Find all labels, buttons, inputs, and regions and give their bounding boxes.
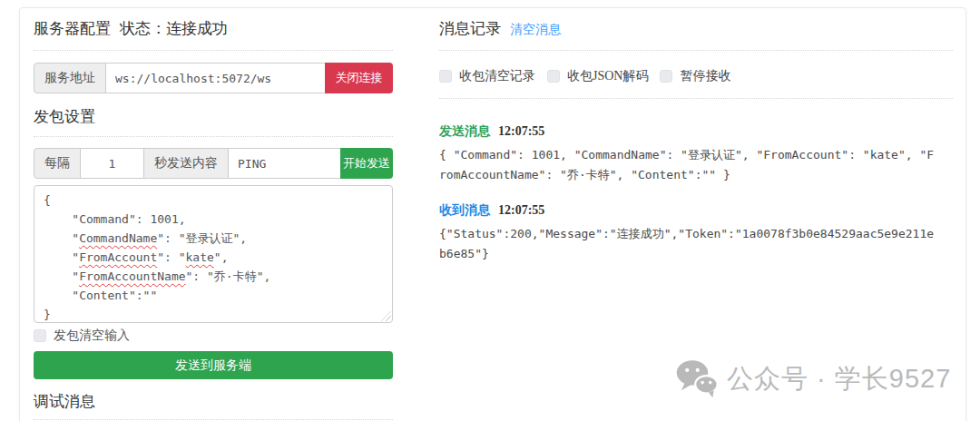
divider <box>34 50 393 51</box>
message-item-received: 收到消息12:07:55 {"Status":200,"Message":"连接… <box>439 201 953 264</box>
option-json-decode[interactable]: 收包JSON解码 <box>547 68 648 84</box>
server-config-title-row: 服务器配置状态：连接成功 <box>34 19 393 39</box>
payload-textarea[interactable]: { "Command": 1001, "CommandName": "登录认证"… <box>34 185 393 323</box>
receive-options-row: 收包清空记录 收包JSON解码 暂停接收 <box>439 67 953 85</box>
message-direction-label: 发送消息 <box>439 124 490 138</box>
option-label: 收包清空记录 <box>459 68 535 84</box>
divider <box>34 136 393 137</box>
clear-messages-link[interactable]: 清空消息 <box>510 23 561 36</box>
disconnect-button[interactable]: 关闭连接 <box>325 63 393 93</box>
option-pause-receive[interactable]: 暂停接收 <box>660 68 730 84</box>
interval-label: 每隔 <box>34 148 81 179</box>
debug-messages-title: 调试消息 <box>34 392 393 412</box>
server-address-input[interactable] <box>105 63 326 93</box>
option-label: 收包JSON解码 <box>567 68 648 84</box>
server-config-title: 服务器配置 <box>34 20 111 37</box>
watermark-text: 公众号 · 学长9527 <box>727 361 951 397</box>
page: 服务器配置状态：连接成功 服务地址 关闭连接 发包设置 每隔 秒发送内容 开始发… <box>0 0 980 421</box>
send-to-server-button[interactable]: 发送到服务端 <box>34 351 393 379</box>
auto-send-group: 每隔 秒发送内容 开始发送 <box>34 148 393 179</box>
clear-input-option[interactable]: 发包清空输入 <box>34 328 393 343</box>
server-config-section: 服务器配置状态：连接成功 服务地址 关闭连接 发包设置 每隔 秒发送内容 开始发… <box>34 8 393 420</box>
watermark: 公众号 · 学长9527 <box>676 359 951 399</box>
pause-receive-checkbox[interactable] <box>660 70 672 83</box>
message-body: {"Status":200,"Message":"连接成功","Token":"… <box>439 224 936 264</box>
divider <box>34 419 393 420</box>
message-timestamp: 12:07:55 <box>498 124 544 138</box>
wechat-icon <box>676 359 718 399</box>
option-label: 暂停接收 <box>680 68 730 84</box>
start-send-button[interactable]: 开始发送 <box>340 148 393 179</box>
clear-input-checkbox[interactable] <box>34 329 46 342</box>
message-body: { "Command": 1001, "CommandName": "登录认证"… <box>439 145 936 185</box>
server-address-label: 服务地址 <box>34 63 106 93</box>
message-direction-label: 收到消息 <box>439 203 490 217</box>
heartbeat-content-input[interactable] <box>228 148 341 179</box>
clear-on-receive-checkbox[interactable] <box>439 70 452 83</box>
divider <box>439 98 953 99</box>
server-address-group: 服务地址 关闭连接 <box>34 63 393 93</box>
message-item-sent: 发送消息12:07:55 { "Command": 1001, "Command… <box>439 122 953 185</box>
interval-input[interactable] <box>80 148 144 179</box>
message-log-title-row: 消息记录清空消息 <box>439 19 953 39</box>
send-settings-title: 发包设置 <box>34 107 393 127</box>
divider <box>439 50 953 51</box>
option-clear-on-receive[interactable]: 收包清空记录 <box>439 68 535 84</box>
message-log-title: 消息记录 <box>439 20 501 37</box>
clear-input-label: 发包清空输入 <box>54 328 130 344</box>
json-decode-checkbox[interactable] <box>547 70 560 83</box>
message-log-section: 消息记录清空消息 收包清空记录 收包JSON解码 暂停接收 <box>439 8 953 264</box>
message-timestamp: 12:07:55 <box>498 203 544 217</box>
resize-grip-icon[interactable] <box>381 311 391 321</box>
interval-unit-label: 秒发送内容 <box>143 148 229 179</box>
connection-status: 状态：连接成功 <box>120 20 228 37</box>
